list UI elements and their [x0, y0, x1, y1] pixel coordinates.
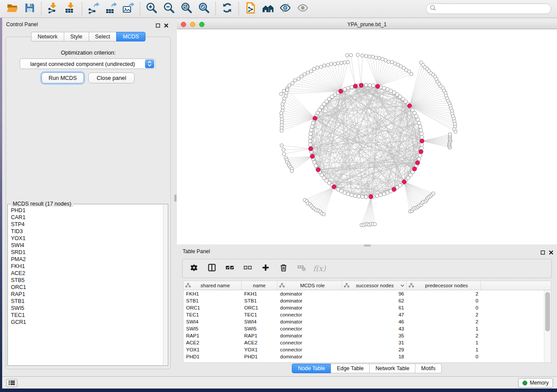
mcds-node-item[interactable]: PMA2 — [11, 256, 163, 263]
horizontal-splitter-handle[interactable] — [364, 244, 371, 247]
table-cell: dominator — [277, 291, 342, 296]
open-file-button[interactable] — [3, 2, 21, 16]
split-panel-button[interactable] — [207, 263, 217, 274]
zoom-out-button[interactable] — [160, 2, 178, 16]
tab-network-table[interactable]: Network Table — [369, 364, 415, 373]
zoom-fit-icon — [180, 2, 193, 16]
network-graph[interactable] — [177, 29, 557, 244]
column-header-successor-nodes[interactable]: successor nodes — [342, 281, 407, 290]
export-network-button[interactable] — [85, 2, 102, 16]
panel-splitter-handle[interactable] — [174, 195, 176, 202]
table-cell: YOX1 — [183, 347, 242, 352]
show-hide-graphics-button[interactable] — [294, 2, 311, 16]
list-icon — [8, 379, 15, 387]
mcds-node-item[interactable]: PHD1 — [11, 207, 163, 214]
tab-select[interactable]: Select — [89, 32, 117, 41]
table-cell: SWI4 — [242, 319, 277, 324]
mcds-node-item[interactable]: YOX1 — [11, 235, 163, 242]
tab-motifs[interactable]: Motifs — [415, 364, 442, 373]
table-cell: ORC1 — [183, 305, 242, 310]
run-mcds-button[interactable]: Run MCDS — [42, 72, 84, 83]
unselect-all-icon — [243, 263, 252, 274]
table-row[interactable]: PHD1PHD1dominator180 — [183, 353, 551, 360]
close-icon[interactable] — [164, 22, 169, 30]
unselect-all-button[interactable] — [242, 263, 253, 274]
float-window-icon[interactable] — [540, 249, 545, 257]
column-header-filler — [481, 281, 551, 290]
zoom-selected-button[interactable] — [195, 2, 213, 16]
table-row[interactable]: RAP1RAP1dominator352 — [183, 332, 551, 339]
select-all-button[interactable] — [225, 263, 235, 274]
export-image-icon — [122, 2, 135, 16]
column-header-shared-name[interactable]: shared name — [183, 281, 242, 290]
refresh-button[interactable] — [218, 2, 236, 16]
search-input[interactable] — [438, 6, 551, 12]
close-panel-button[interactable]: Close panel — [88, 72, 135, 83]
search-network-button[interactable] — [259, 2, 277, 16]
network-window-title: YPA_prune.txt_1 — [177, 21, 557, 28]
table-row[interactable]: STB1STB1dominator620 — [183, 297, 551, 304]
tab-mcds[interactable]: MCDS — [116, 32, 145, 41]
mcds-node-item[interactable]: ACE2 — [11, 270, 163, 277]
column-header-predecessor-nodes[interactable]: predecessor nodes — [407, 281, 481, 290]
table-row[interactable]: SWI5SWI5connector431 — [183, 325, 551, 332]
table-scrollbar-thumb[interactable] — [545, 292, 550, 331]
table-scrollbar[interactable] — [544, 290, 551, 362]
table-row[interactable]: ORC1ORC1dominator610 — [183, 304, 551, 311]
table-cell: 1 — [407, 340, 481, 345]
add-column-button[interactable] — [260, 263, 271, 274]
mcds-node-item[interactable]: CAR1 — [11, 214, 163, 221]
share-document-button[interactable] — [242, 2, 259, 16]
table-row[interactable]: TEC1TEC1connector472 — [183, 311, 551, 318]
task-history-button[interactable] — [6, 379, 17, 387]
delete-columns-button[interactable] — [278, 263, 289, 274]
search-box[interactable] — [426, 3, 551, 14]
table-cell: PHD1 — [183, 354, 242, 359]
export-table-button[interactable] — [102, 2, 120, 16]
mcds-node-item[interactable]: GCR1 — [11, 319, 163, 326]
import-table-button[interactable] — [62, 2, 79, 16]
zoom-out-icon — [163, 2, 175, 16]
import-network-button[interactable] — [44, 2, 62, 16]
criterion-dropdown[interactable]: largest connected component (undirected) — [20, 58, 156, 69]
table-cell: dominator — [277, 298, 342, 303]
mcds-node-item[interactable]: ORC1 — [11, 284, 163, 291]
float-window-icon[interactable] — [156, 22, 160, 30]
settings-gear-button[interactable] — [189, 263, 199, 274]
mcds-node-item[interactable]: STB5 — [11, 277, 163, 284]
mcds-list-scrollbar[interactable] — [163, 205, 167, 365]
column-label: successor nodes — [349, 283, 400, 288]
table-cell: TEC1 — [242, 312, 277, 317]
hide-graphics-details-button[interactable] — [277, 2, 294, 16]
mcds-node-item[interactable]: TID3 — [11, 228, 163, 235]
network-canvas[interactable] — [177, 29, 557, 244]
table-cell: dominator — [277, 354, 342, 359]
tab-node-table[interactable]: Node Table — [292, 364, 331, 373]
close-icon[interactable] — [549, 249, 554, 257]
mcds-node-item[interactable]: STP4 — [11, 221, 163, 228]
tab-edge-table[interactable]: Edge Table — [331, 364, 370, 373]
mcds-node-item[interactable]: SRD1 — [11, 249, 163, 256]
column-header-MCDS-role[interactable]: MCDS role — [277, 281, 342, 290]
mcds-result-list[interactable]: PHD1CAR1STP4TID3YOX1SWI4SRD1PMA2FKH1ACE2… — [8, 205, 163, 365]
mcds-node-item[interactable]: FKH1 — [11, 263, 163, 270]
table-row[interactable]: ACE2ACE2connector311 — [183, 339, 551, 346]
control-panel-tabs: NetworkStyleSelectMCDS — [2, 32, 175, 41]
table-row[interactable]: SWI4SWI4dominator462 — [183, 318, 551, 325]
export-image-button[interactable] — [120, 2, 137, 16]
tab-network[interactable]: Network — [31, 32, 64, 41]
table-row[interactable]: YOX1YOX1connector291 — [183, 346, 551, 353]
mcds-node-item[interactable]: STB1 — [11, 298, 163, 305]
mcds-node-item[interactable]: SWI4 — [11, 242, 163, 249]
mcds-node-item[interactable]: RAP1 — [11, 291, 163, 298]
mcds-node-item[interactable]: SWI5 — [11, 305, 163, 312]
network-window-titlebar[interactable]: YPA_prune.txt_1 — [177, 20, 557, 29]
column-header-name[interactable]: name — [242, 281, 277, 290]
tab-style[interactable]: Style — [64, 32, 89, 41]
zoom-in-button[interactable] — [143, 2, 160, 16]
table-row[interactable]: FKH1FKH1dominator962 — [183, 290, 551, 297]
save-session-button[interactable] — [21, 2, 38, 16]
zoom-fit-button[interactable] — [178, 2, 195, 16]
memory-button[interactable]: Memory — [518, 378, 553, 388]
mcds-node-item[interactable]: TEC1 — [11, 312, 163, 319]
